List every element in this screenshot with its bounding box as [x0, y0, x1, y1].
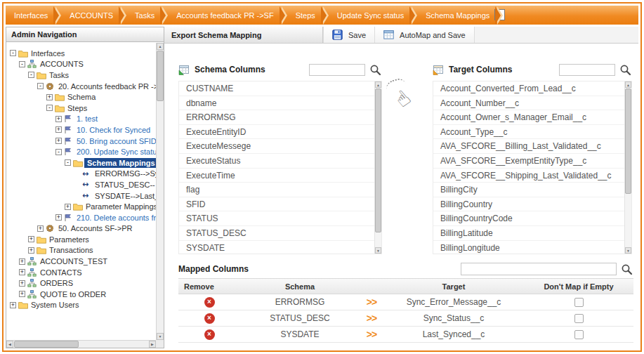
target-list-scrollbar[interactable]: ▲ ▼ [624, 81, 631, 254]
tree-item[interactable]: +QUOTE to ORDER [10, 289, 156, 300]
tree-item[interactable]: +Transactions [10, 245, 156, 256]
tree-item-label[interactable]: Parameters [48, 235, 91, 244]
column-item[interactable]: dbname [179, 96, 374, 111]
column-item[interactable]: SFID [179, 197, 374, 212]
expand-toggle[interactable]: + [28, 247, 34, 254]
column-item[interactable]: ERRORMSG [179, 110, 374, 125]
collapse-toggle[interactable]: - [65, 159, 71, 166]
breadcrumb-item[interactable]: ACCOUNTS [61, 6, 119, 25]
scroll-up-button[interactable]: ▲ [375, 81, 381, 88]
tree-item[interactable]: -200. Update Sync status [10, 146, 156, 157]
column-item[interactable]: flag [179, 183, 374, 197]
search-icon[interactable] [621, 263, 633, 275]
breadcrumb-item[interactable]: Accounts feedback PR ->SF [168, 6, 279, 25]
scroll-down-button[interactable]: ▼ [625, 247, 631, 254]
tree-item-label[interactable]: STATUS_DESC-- [93, 181, 156, 189]
scrollbar-thumb[interactable] [625, 88, 631, 194]
collapse-toggle[interactable]: - [10, 50, 16, 56]
dont-map-checkbox[interactable] [574, 330, 584, 339]
tree-item-label[interactable]: 200. Update Sync status [75, 148, 156, 156]
expand-toggle[interactable]: + [65, 204, 71, 210]
tree-item[interactable]: +50. Bring account SFID f [10, 136, 156, 147]
tree-item[interactable]: -Interfaces [10, 48, 156, 59]
tree-item-label[interactable]: 50. Accounts SF->PR [57, 224, 133, 232]
column-item[interactable]: ExecuteMessege [179, 139, 374, 154]
expand-toggle[interactable]: + [55, 126, 62, 133]
expand-toggle[interactable]: + [19, 269, 25, 275]
remove-mapping-button[interactable]: × [204, 313, 215, 324]
tree-item-label[interactable]: Transactions [48, 246, 95, 254]
column-item[interactable]: BillingLongitude [433, 241, 624, 254]
tree-item[interactable]: +ACCOUNTS_TEST [10, 256, 156, 267]
tree-item-label[interactable]: SYSDATE-->Last_ [93, 192, 156, 200]
scroll-down-button[interactable]: ▼ [375, 247, 381, 254]
tree-item-label[interactable]: Interfaces [29, 49, 66, 58]
expand-toggle[interactable]: + [28, 236, 34, 242]
schema-list-scrollbar[interactable]: ▲ ▼ [374, 81, 381, 254]
tree-item[interactable]: +1. test [10, 114, 156, 125]
tree-item-label[interactable]: ERRORMSG-->Sy [93, 169, 156, 178]
column-item[interactable]: Account_Owner_s_Manager_Email__c [433, 110, 624, 125]
scroll-left-button[interactable]: ◀ [6, 341, 13, 348]
tree-item[interactable]: +50. Accounts SF->PR [10, 223, 156, 235]
tree-item[interactable]: +10. Check for Synced [10, 124, 156, 136]
tree-item[interactable]: ↔ERRORMSG-->Sy [10, 169, 156, 180]
search-icon[interactable] [369, 63, 382, 76]
tree-item-label[interactable]: Schema Mappings [84, 158, 156, 168]
column-item[interactable]: Account_Number__c [433, 96, 624, 111]
scrollbar-thumb[interactable] [14, 341, 79, 348]
column-item[interactable]: STATUS_DESC [179, 226, 374, 241]
expand-toggle[interactable]: + [19, 258, 25, 265]
column-item[interactable]: AVA_SFCORE__Shipping_Last_Validated__c [433, 169, 624, 183]
tree-item[interactable]: -ACCOUNTS [10, 59, 156, 70]
expand-toggle[interactable]: + [55, 116, 62, 122]
column-item[interactable]: BillingLatitude [433, 226, 624, 241]
column-item[interactable]: AVA_SFCORE__ExemptEntityType__c [433, 154, 624, 169]
tree-item[interactable]: +Schema [10, 91, 156, 103]
scroll-up-button[interactable]: ▲ [157, 43, 164, 50]
tree-item-label[interactable]: 1. test [75, 114, 99, 123]
column-item[interactable]: STATUS [179, 211, 374, 226]
tree-item[interactable]: +Parameter Mappings [10, 201, 156, 212]
column-item[interactable]: SYSDATE [179, 241, 374, 254]
scrollbar-thumb[interactable] [157, 51, 164, 101]
tree-item-label[interactable]: Schema [66, 93, 97, 101]
tree-item-label[interactable]: ACCOUNTS [39, 60, 85, 68]
expand-toggle[interactable]: + [19, 291, 25, 297]
remove-mapping-button[interactable]: × [204, 297, 215, 308]
column-item[interactable]: Account_Type__c [433, 125, 624, 140]
scrollbar-thumb[interactable] [375, 88, 381, 232]
sidebar-vertical-scrollbar[interactable]: ▲ ▼ [156, 43, 164, 340]
search-icon[interactable] [619, 63, 632, 76]
breadcrumb-item[interactable]: Update Sync status [329, 6, 409, 25]
collapse-toggle[interactable]: - [55, 149, 62, 155]
target-search-input[interactable] [559, 64, 615, 76]
column-item[interactable]: ExecuteEntityID [179, 125, 374, 140]
breadcrumb-item[interactable]: Steps [287, 6, 321, 25]
tree-item[interactable]: +ORDERS [10, 277, 156, 289]
tree-item[interactable]: +210. Delete accounts fro [10, 212, 156, 223]
sidebar-horizontal-scrollbar[interactable]: ◀ ▶ [6, 340, 156, 348]
tree-item[interactable]: +Parameters [10, 234, 156, 245]
save-button[interactable]: Save [323, 27, 375, 43]
tree-item-label[interactable]: QUOTE to ORDER [39, 290, 107, 299]
collapse-toggle[interactable]: - [28, 72, 34, 78]
tree-item[interactable]: +CONTACTS [10, 267, 156, 278]
column-item[interactable]: ExecuteStatus [179, 154, 374, 169]
column-item[interactable]: ExecuteTime [179, 169, 374, 183]
collapse-toggle[interactable]: - [19, 61, 25, 67]
column-item[interactable]: BillingCountryCode [433, 211, 624, 226]
collapse-toggle[interactable]: - [46, 105, 53, 111]
remove-mapping-button[interactable]: × [204, 329, 215, 340]
tree-item-label[interactable]: Parameter Mappings [84, 202, 156, 211]
column-item[interactable]: Account_Converted_From_Lead__c [433, 81, 624, 96]
dont-map-checkbox[interactable] [574, 298, 584, 307]
scroll-right-button[interactable]: ▶ [149, 341, 156, 348]
expand-toggle[interactable]: + [10, 302, 16, 308]
tree-item-label[interactable]: ORDERS [39, 279, 74, 287]
expand-toggle[interactable]: + [19, 280, 25, 287]
tree-item-label[interactable]: Steps [66, 104, 88, 112]
automap-and-save-button[interactable]: AutoMap and Save [375, 27, 475, 43]
tree-item[interactable]: ↔STATUS_DESC-- [10, 179, 156, 190]
tree-item-label[interactable]: ACCOUNTS_TEST [39, 257, 109, 266]
